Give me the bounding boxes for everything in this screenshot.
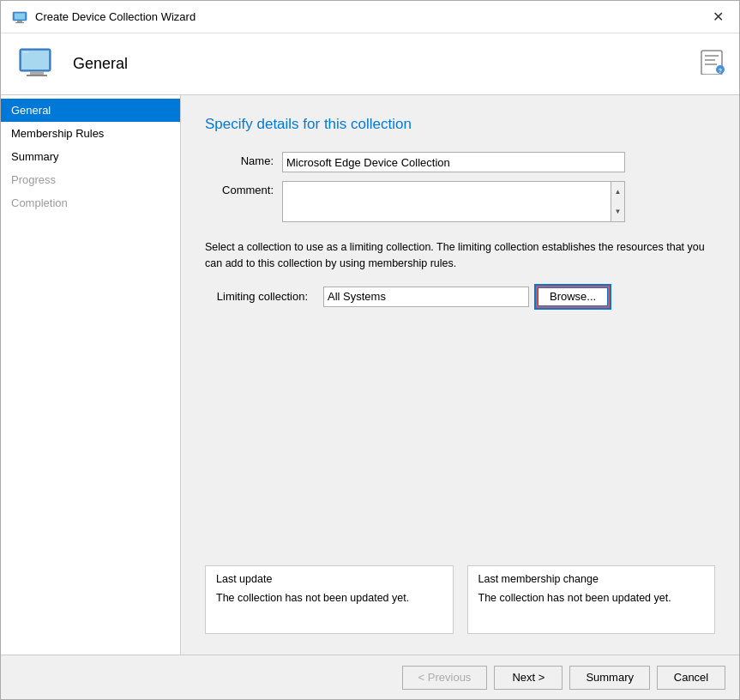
content-area: General Membership Rules Summary Progres… — [1, 95, 739, 655]
limiting-info-text: Select a collection to use as a limiting… — [205, 239, 715, 272]
summary-button[interactable]: Summary — [569, 666, 650, 690]
comment-textarea-wrap: ▲ ▼ — [282, 181, 625, 222]
previous-button[interactable]: < Previous — [402, 666, 488, 690]
header-left: General — [15, 42, 128, 87]
limiting-collection-input[interactable] — [323, 287, 529, 307]
name-label: Name: — [205, 152, 282, 167]
last-update-title: Last update — [216, 573, 442, 585]
sidebar-item-general[interactable]: General — [1, 99, 180, 122]
svg-rect-5 — [21, 51, 49, 69]
scroll-down-btn[interactable]: ▼ — [611, 202, 624, 221]
svg-rect-2 — [17, 21, 22, 22]
sidebar-item-completion: Completion — [1, 191, 180, 214]
browse-button[interactable]: Browse... — [536, 286, 610, 308]
svg-rect-3 — [15, 22, 24, 23]
main-panel: Specify details for this collection Name… — [181, 95, 739, 655]
limiting-label: Limiting collection: — [205, 290, 316, 303]
header-title: General — [73, 55, 128, 73]
sidebar-item-summary[interactable]: Summary — [1, 145, 180, 168]
sidebar-item-progress: Progress — [1, 168, 180, 191]
name-input[interactable] — [282, 152, 625, 172]
limiting-collection-row: Limiting collection: Browse... — [205, 286, 715, 308]
last-membership-title: Last membership change — [478, 573, 705, 585]
close-button[interactable]: ✕ — [707, 9, 729, 26]
header-computer-icon — [15, 42, 59, 87]
title-bar: Create Device Collection Wizard ✕ — [1, 1, 739, 33]
comment-scrollbar: ▲ ▼ — [611, 182, 624, 221]
last-membership-box: Last membership change The collection ha… — [467, 565, 716, 634]
sidebar-item-membership-rules[interactable]: Membership Rules — [1, 122, 180, 145]
last-membership-content: The collection has not been updated yet. — [478, 590, 705, 606]
help-icon: ? — [698, 47, 725, 81]
svg-rect-7 — [27, 75, 47, 76]
comment-label: Comment: — [205, 181, 282, 196]
name-row: Name: — [205, 152, 715, 172]
sidebar: General Membership Rules Summary Progres… — [1, 95, 181, 655]
title-bar-icon — [11, 9, 28, 26]
scroll-up-btn[interactable]: ▲ — [611, 182, 624, 202]
last-update-box: Last update The collection has not been … — [205, 565, 454, 634]
dialog-title: Create Device Collection Wizard — [35, 10, 196, 23]
last-update-content: The collection has not been updated yet. — [216, 590, 442, 606]
info-boxes: Last update The collection has not been … — [205, 548, 715, 634]
footer: < Previous Next > Summary Cancel — [1, 655, 739, 699]
svg-text:?: ? — [719, 68, 722, 74]
dialog-window: Create Device Collection Wizard ✕ Genera… — [0, 0, 740, 700]
comment-row: Comment: ▲ ▼ — [205, 181, 715, 222]
title-bar-left: Create Device Collection Wizard — [11, 9, 196, 26]
header-strip: General ? — [1, 33, 739, 95]
next-button[interactable]: Next > — [494, 666, 563, 690]
spacer — [205, 322, 715, 549]
comment-textarea[interactable] — [283, 182, 611, 221]
svg-rect-1 — [15, 13, 25, 19]
cancel-button[interactable]: Cancel — [657, 666, 725, 690]
svg-rect-6 — [30, 71, 44, 75]
panel-title: Specify details for this collection — [205, 116, 715, 133]
